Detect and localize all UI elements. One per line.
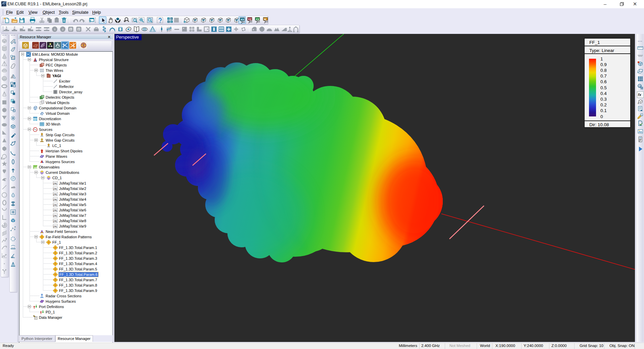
- svg-text:x: x: [637, 101, 639, 105]
- svg-text:fx: fx: [638, 93, 642, 97]
- svg-text:1: 1: [22, 26, 24, 29]
- svg-text:2: 2: [14, 26, 15, 29]
- svg-text:Q: Q: [639, 85, 641, 88]
- svg-text:|Js|: |Js|: [53, 204, 57, 206]
- svg-text:W: W: [264, 18, 267, 21]
- svg-text:|Js|: |Js|: [53, 209, 57, 212]
- svg-text:ZX: ZX: [256, 18, 260, 21]
- svg-text:2: 2: [31, 26, 32, 29]
- svg-text:YZ: YZ: [248, 18, 252, 21]
- svg-text:2: 2: [62, 28, 64, 31]
- svg-text:|Js|: |Js|: [53, 193, 57, 196]
- svg-text:|Js|: |Js|: [53, 214, 57, 217]
- svg-text:|Js|: |Js|: [53, 220, 57, 222]
- svg-text:F: F: [168, 21, 169, 23]
- svg-text:K: K: [171, 21, 172, 23]
- svg-text:-2: -2: [46, 28, 48, 30]
- svg-text:2: 2: [78, 28, 80, 31]
- svg-text:?: ?: [89, 19, 91, 23]
- svg-text:T: T: [168, 18, 169, 20]
- svg-text:|Js|: |Js|: [53, 225, 57, 228]
- svg-text:1: 1: [6, 26, 7, 29]
- svg-text:XY: XY: [241, 18, 245, 21]
- svg-text:1: 1: [54, 28, 56, 31]
- svg-text:|Js|: |Js|: [53, 198, 57, 201]
- svg-text:P: P: [171, 18, 172, 20]
- svg-text:|Js|: |Js|: [53, 182, 57, 185]
- svg-text:|Js|: |Js|: [53, 188, 57, 190]
- svg-text:o: o: [184, 20, 185, 23]
- svg-text:1: 1: [70, 28, 72, 31]
- svg-text:-1: -1: [38, 28, 40, 30]
